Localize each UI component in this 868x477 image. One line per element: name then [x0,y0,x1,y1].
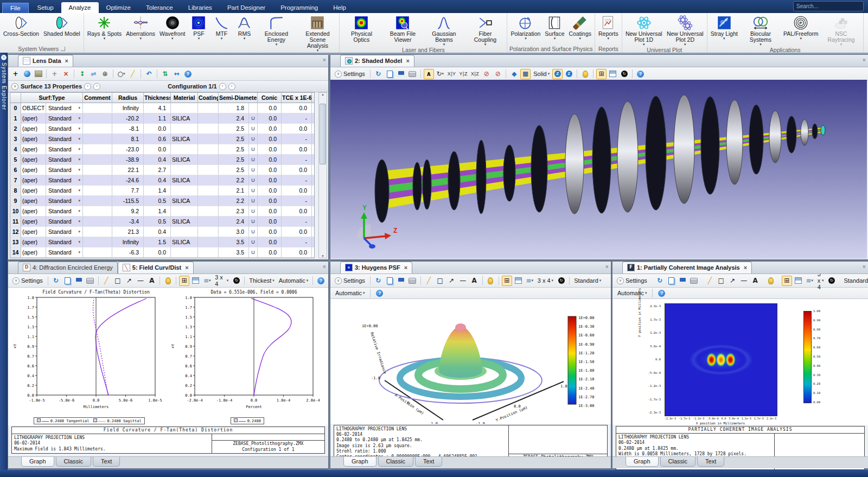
coating-cell[interactable] [198,124,219,134]
ribbon-item-wavefront[interactable]: Wavefront▾ [157,14,187,41]
tab-lens-data[interactable]: Lens Data × [18,55,73,67]
surface-name-cell[interactable]: OBJECT [21,103,46,113]
comment-cell[interactable] [83,227,112,237]
stop-spin-icon[interactable]: ⊘ [481,69,492,79]
help-icon[interactable]: ? [374,288,385,298]
normalization-select[interactable]: Automatic▾ [334,290,366,296]
coating-cell[interactable] [198,175,219,186]
surface-type-select[interactable]: Standard▾ [46,144,83,155]
row-number[interactable]: 8 [10,186,21,196]
semi-diameter-flag-cell[interactable]: U [249,155,258,165]
view-yz-button[interactable]: Y|Z [458,71,469,77]
surface-name-cell[interactable]: (aper) [21,124,46,134]
conic-cell[interactable]: 0.0 [258,206,282,217]
semi-diameter-cell[interactable]: 2.5 [219,155,249,165]
file-menu-button[interactable]: File [2,3,29,13]
row-number[interactable]: 6 [10,165,21,175]
tce-cell[interactable]: 0.0 [282,206,312,217]
next-surface-icon[interactable]: › [93,83,100,90]
row-number[interactable]: 13 [10,237,21,247]
semi-diameter-flag-cell[interactable]: U [249,113,258,124]
semi-diameter-cell[interactable]: 2.2 [219,196,249,206]
thickness-cell[interactable]: 0.0 [144,124,171,134]
filler-cell[interactable] [312,103,315,113]
row-number[interactable]: 0 [10,103,21,113]
comment-cell[interactable] [83,217,112,227]
surface-type-select[interactable]: Standard▾ [46,134,83,144]
ribbon-item-nsc-raytracing[interactable]: NSC Raytracing▾ [821,14,862,47]
delete-surface-icon[interactable]: × [61,69,71,79]
bottom-tab-graph[interactable]: Graph [626,457,659,467]
bottom-tab-graph[interactable]: Graph [343,457,376,467]
lens-data-table[interactable]: Surf:TypeCommentRadiusThicknessMaterialC… [10,92,315,258]
shaded-model-viewport[interactable]: YZ [330,80,868,259]
help-icon[interactable]: ? [316,276,326,286]
ribbon-item-stray-light[interactable]: Stray Light▾ [709,14,740,41]
semi-diameter-cell[interactable]: 2.5 [219,165,249,175]
z-order-icon[interactable]: Z [564,69,574,79]
pencil-annotate-icon[interactable]: ╱ [424,276,434,286]
field-density-select[interactable]: Automatic▾ [277,277,310,284]
undo-icon[interactable]: ↶ [144,69,154,79]
filler-cell[interactable] [312,217,315,227]
filler-cell[interactable] [312,186,315,196]
arrow-annotate-icon[interactable]: ↗ [446,276,457,286]
text-annotate-icon[interactable]: A [750,276,761,286]
conic-cell[interactable]: 0.0 [258,175,282,186]
thickness-cell[interactable]: 1.4 [144,186,171,196]
close-icon[interactable]: × [406,58,409,64]
refresh-icon[interactable]: ↻ [373,69,384,79]
semi-diameter-cell[interactable]: 2.3 [219,206,249,217]
tce-cell[interactable]: - [282,134,312,144]
radius-cell[interactable]: -3.4 [112,217,144,227]
row-number[interactable]: 5 [10,155,21,165]
rectangle-annotate-icon[interactable]: □ [112,276,123,286]
auto-update-icon[interactable]: ↻ [556,276,566,286]
filler-cell[interactable] [312,134,315,144]
surface-name-cell[interactable]: (aper) [21,196,46,206]
collapse-panel-icon[interactable]: « [322,59,328,62]
column-header-corner[interactable] [312,93,315,103]
display-select[interactable]: Standard▾ [572,277,603,284]
thickness-cell[interactable]: 0.0 [144,144,171,155]
filler-cell[interactable] [312,144,315,155]
tce-cell[interactable]: 0.0 [282,103,312,113]
sketch-tool-icon[interactable]: ╱ [127,69,138,79]
ribbon-item-psf[interactable]: PSF▾ [187,14,210,41]
menu-tab-libraries[interactable]: Libraries [181,2,220,13]
filler-cell[interactable] [312,227,315,237]
semi-diameter-flag-cell[interactable]: U [249,217,258,227]
semi-diameter-flag-cell[interactable]: U [249,144,258,155]
menu-tab-optimize[interactable]: Optimize [99,2,138,13]
sync-windows-icon[interactable]: ⇅ [160,69,170,79]
insert-surface-icon[interactable]: + [49,69,60,79]
ribbon-item-physical-optics[interactable]: Physical Optics [341,14,382,43]
coating-cell[interactable] [198,144,219,155]
comment-cell[interactable] [83,144,112,155]
comment-cell[interactable] [83,186,112,196]
material-cell[interactable] [171,144,198,155]
lamp-icon[interactable] [766,276,776,286]
column-header-tce-x-1e-6[interactable]: TCE x 1E-6 [282,93,312,103]
help-icon[interactable]: ? [183,69,193,79]
row-number[interactable]: 11 [10,217,21,227]
surface-type-select[interactable]: Standard▾ [46,175,83,186]
ribbon-item-fiber-coupling[interactable]: Fiber Coupling▾ [464,14,506,47]
surface-name-cell[interactable]: (aper) [21,247,46,258]
radius-cell[interactable]: 7.7 [112,186,144,196]
conic-cell[interactable]: 0.0 [258,196,282,206]
surface-type-select[interactable]: Standard▾ [46,237,83,247]
lens-table-scrollbar[interactable]: ▲▼ [318,92,327,258]
material-cell[interactable] [171,165,198,175]
overlay-series-icon[interactable]: ≡▾ [525,276,535,286]
close-icon[interactable]: × [744,264,747,271]
comment-cell[interactable] [83,175,112,186]
ribbon-item-rays-spots[interactable]: Rays & Spots▾ [85,14,124,41]
close-icon[interactable]: × [185,264,188,271]
comment-cell[interactable] [83,237,112,247]
view-xy-button[interactable]: X|Y [446,71,457,77]
print-icon[interactable] [407,276,418,286]
semi-diameter-cell[interactable]: 3.5 [219,247,249,258]
menu-tab-tolerance[interactable]: Tolerance [138,2,181,13]
menu-tab-analyze[interactable]: Analyze [61,2,99,13]
